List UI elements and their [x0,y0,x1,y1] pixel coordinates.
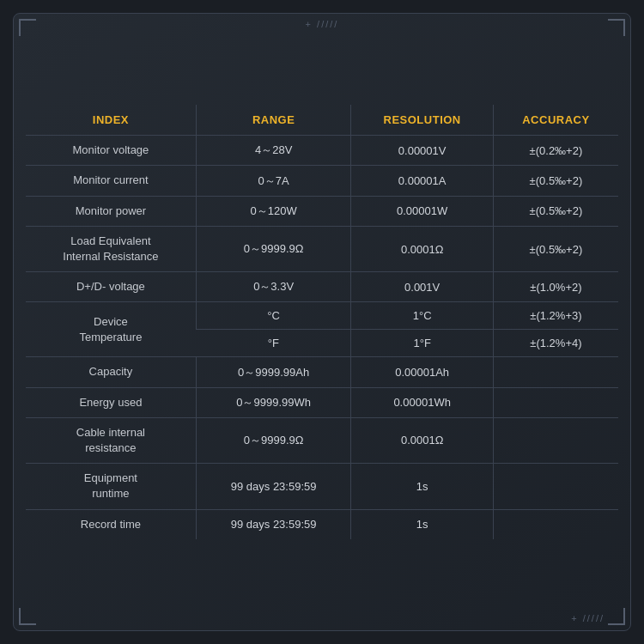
table-row: Record time99 days 23:59:591s [26,509,618,539]
cell-accuracy-device-temp-f: ±(1.2%+4) [493,330,618,357]
table-row: Cable internalresistance0～9999.9Ω0.0001Ω [26,417,618,463]
cell-accuracy-load-equivalent: ±(0.5‰+2) [493,226,618,271]
table-row: Equipmentruntime99 days 23:59:591s [26,464,618,509]
cell-range-cable-resistance: 0～9999.9Ω [196,417,351,463]
cell-resolution-cable-resistance: 0.0001Ω [351,417,493,463]
cell-resolution-record-time: 1s [351,509,493,539]
table-row: Monitor power0～120W0.00001W±(0.5‰+2) [26,196,618,226]
cell-resolution-monitor-power: 0.00001W [351,196,493,226]
cell-resolution-dp-dm-voltage: 0.001V [351,272,493,302]
cell-resolution-monitor-voltage: 0.00001V [351,136,493,166]
cell-index-energy-used: Energy used [26,387,196,417]
table-row: D+/D- voltage0～3.3V0.001V±(1.0%+2) [26,272,618,302]
table-row: Capacity0～9999.99Ah0.00001Ah [26,357,618,387]
cell-accuracy-record-time [493,509,618,539]
cell-resolution-monitor-current: 0.00001A [351,166,493,196]
header-resolution: RESOLUTION [351,105,493,136]
cell-range-dp-dm-voltage: 0～3.3V [196,272,351,302]
cell-index-dp-dm-voltage: D+/D- voltage [26,272,196,302]
header-accuracy: ACCURACY [493,105,618,136]
cell-range-device-temp-f: °F [196,330,351,357]
table-header-row: INDEX RANGE RESOLUTION ACCURACY [26,105,618,136]
cell-resolution-device-temp-c: 1°C [351,302,493,330]
cell-accuracy-capacity [493,357,618,387]
main-container: + ///// + ///// INDEX RANGE RESOLUTION A… [13,13,631,631]
table-row: Monitor voltage4～28V0.00001V±(0.2‰+2) [26,136,618,166]
cell-accuracy-monitor-voltage: ±(0.2‰+2) [493,136,618,166]
cell-resolution-energy-used: 0.00001Wh [351,387,493,417]
corner-bl [19,608,36,625]
cell-index-cable-resistance: Cable internalresistance [26,417,196,463]
cell-index-equipment-runtime: Equipmentruntime [26,464,196,509]
header-range: RANGE [196,105,351,136]
header-index: INDEX [26,105,196,136]
cell-index-monitor-current: Monitor current [26,166,196,196]
top-decoration: + ///// [306,19,339,29]
cell-accuracy-energy-used [493,387,618,417]
cell-range-load-equivalent: 0～9999.9Ω [196,226,351,271]
table-row: Energy used0～9999.99Wh0.00001Wh [26,387,618,417]
cell-range-monitor-power: 0～120W [196,196,351,226]
cell-resolution-capacity: 0.00001Ah [351,357,493,387]
table-row: DeviceTemperature°C1°C±(1.2%+3) [26,302,618,330]
cell-index-record-time: Record time [26,509,196,539]
cell-index-monitor-power: Monitor power [26,196,196,226]
cell-range-capacity: 0～9999.99Ah [196,357,351,387]
cell-range-device-temp-c: °C [196,302,351,330]
corner-tr [608,19,625,36]
cell-range-equipment-runtime: 99 days 23:59:59 [196,464,351,509]
table-row: Monitor current0～7A0.00001A±(0.5‰+2) [26,166,618,196]
cell-range-energy-used: 0～9999.99Wh [196,387,351,417]
cell-accuracy-monitor-current: ±(0.5‰+2) [493,166,618,196]
cell-range-monitor-voltage: 4～28V [196,136,351,166]
cell-accuracy-cable-resistance [493,417,618,463]
specs-table: INDEX RANGE RESOLUTION ACCURACY Monitor … [26,105,618,538]
cell-accuracy-monitor-power: ±(0.5‰+2) [493,196,618,226]
cell-index-device-temp-c: DeviceTemperature [26,302,196,357]
cell-resolution-device-temp-f: 1°F [351,330,493,357]
cell-index-load-equivalent: Load EquivalentInternal Resistance [26,226,196,271]
cell-accuracy-device-temp-c: ±(1.2%+3) [493,302,618,330]
bottom-decoration: + ///// [571,613,605,623]
cell-range-record-time: 99 days 23:59:59 [196,509,351,539]
corner-br [608,608,625,625]
cell-accuracy-equipment-runtime [493,464,618,509]
cell-resolution-equipment-runtime: 1s [351,464,493,509]
cell-index-capacity: Capacity [26,357,196,387]
corner-tl [19,19,36,36]
cell-range-monitor-current: 0～7A [196,166,351,196]
cell-index-monitor-voltage: Monitor voltage [26,136,196,166]
bottom-deco-text: + ///// [571,613,605,623]
top-deco-text: + ///// [306,19,339,29]
table-row: Load EquivalentInternal Resistance0～9999… [26,226,618,271]
cell-resolution-load-equivalent: 0.0001Ω [351,226,493,271]
cell-accuracy-dp-dm-voltage: ±(1.0%+2) [493,272,618,302]
